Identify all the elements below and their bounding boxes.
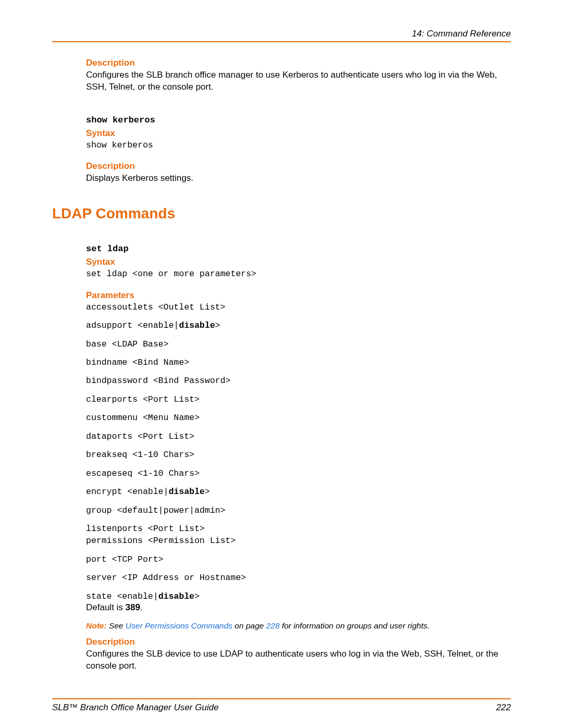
parameters-label: Parameters — [86, 290, 511, 301]
param-line: state <enable|disable> — [86, 591, 511, 602]
footer-title: SLB™ Branch Office Manager User Guide — [52, 702, 218, 713]
content: Description Configures the SLB branch of… — [86, 58, 511, 184]
description-label: Description — [86, 58, 511, 68]
section-heading-ldap: LDAP Commands — [52, 205, 511, 222]
footer: SLB™ Branch Office Manager User Guide 22… — [52, 698, 511, 713]
param-line: clearports <Port List> — [86, 394, 511, 405]
param-line: bindname <Bind Name> — [86, 357, 511, 368]
description-label: Description — [86, 637, 511, 647]
syntax-text: show kerberos — [86, 140, 511, 151]
default-text: Default is 389. — [86, 602, 511, 614]
note-label: Note: — [86, 621, 107, 630]
param-line: encrypt <enable|disable> — [86, 486, 511, 497]
param-line: custommenu <Menu Name> — [86, 412, 511, 423]
param-line: group <default|power|admin> — [86, 505, 511, 516]
param-line: adsupport <enable|disable> — [86, 320, 511, 331]
header-rule — [52, 41, 511, 42]
command-name-show-kerberos: show kerberos — [86, 115, 511, 125]
syntax-text: set ldap <one or more parameters> — [86, 268, 511, 279]
param-line: breakseq <1-10 Chars> — [86, 449, 511, 460]
note-link[interactable]: User Permissions Commands — [126, 621, 232, 630]
description-text: Configures the SLB device to use LDAP to… — [86, 648, 511, 672]
content: set ldap Syntax set ldap <one or more pa… — [86, 244, 511, 672]
description-text: Configures the SLB branch office manager… — [86, 69, 511, 93]
syntax-label: Syntax — [86, 128, 511, 139]
param-line: escapeseq <1-10 Chars> — [86, 468, 511, 479]
note-page-link[interactable]: 228 — [266, 621, 279, 630]
param-line: permissions <Permission List> — [86, 535, 511, 546]
param-line: base <LDAP Base> — [86, 339, 511, 350]
command-name-set-ldap: set ldap — [86, 244, 511, 254]
note-text: Note: See User Permissions Commands on p… — [86, 621, 511, 631]
footer-rule — [52, 698, 511, 699]
page: 14: Command Reference Description Config… — [0, 0, 563, 728]
param-line: listenports <Port List> — [86, 523, 511, 534]
description-label: Description — [86, 161, 511, 171]
param-line: bindpassword <Bind Password> — [86, 375, 511, 386]
param-line: accessoutlets <Outlet List> — [86, 302, 511, 313]
header-chapter: 14: Command Reference — [52, 29, 511, 39]
param-line: server <IP Address or Hostname> — [86, 572, 511, 583]
syntax-label: Syntax — [86, 257, 511, 267]
param-line: port <TCP Port> — [86, 554, 511, 565]
page-number: 222 — [496, 702, 511, 713]
description-text: Displays Kerberos settings. — [86, 172, 511, 184]
param-line: dataports <Port List> — [86, 431, 511, 442]
